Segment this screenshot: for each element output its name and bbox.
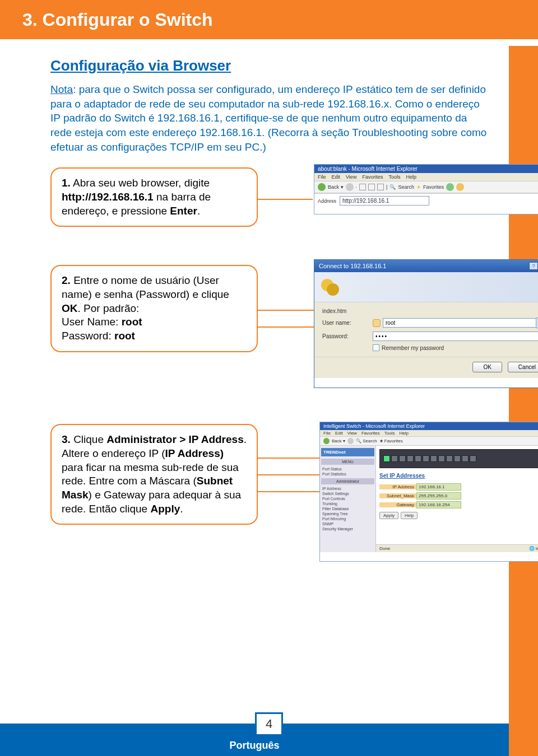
step-2-user-label: User Name: (62, 316, 122, 328)
sidebar-item[interactable]: Port Mirroring (321, 516, 374, 521)
step-2-text-a: Entre o nome de usuário (User name) e se… (62, 274, 229, 300)
sidebar-item[interactable]: Filter Database (321, 506, 374, 511)
switch-graphic (379, 449, 538, 468)
password-label: Password: (322, 333, 373, 339)
sidebar-item[interactable]: Port Statistics (321, 472, 374, 477)
screenshot-browser-address: about:blank - Microsoft Internet Explore… (314, 164, 538, 214)
remember-label: Remember my password (382, 345, 444, 351)
gateway-label: Gateway (379, 502, 416, 507)
forward-icon[interactable] (347, 438, 354, 444)
sidebar-item[interactable]: Switch Settings (321, 491, 374, 496)
help-button[interactable]: Help (401, 512, 418, 519)
menu-view[interactable]: View (346, 174, 356, 180)
sidebar-item-administrator[interactable]: Administrator (321, 478, 374, 484)
mask-label: Subnet_Mask (379, 493, 416, 498)
step-2-row: 2. Entre o nome de usuário (User name) e… (50, 265, 488, 394)
footer-language: Português (229, 740, 279, 756)
sidebar-item[interactable]: Trunking (321, 501, 374, 506)
ie-toolbar: Back ▾ · | 🔍 Search ★ Favorites (314, 181, 538, 193)
sidebar-item[interactable]: Port Controls (321, 496, 374, 501)
footer-bar: Português (0, 724, 509, 756)
step-3-text-a: Clique (71, 433, 106, 445)
address-input[interactable]: http://192.168.16.1 (340, 196, 429, 206)
step-3-text-e: . (180, 503, 183, 515)
password-input[interactable] (373, 332, 538, 341)
screenshot-admin-page: Intelligent Switch - Microsoft Internet … (319, 422, 538, 562)
refresh-icon[interactable] (368, 184, 375, 190)
forward-icon[interactable] (346, 183, 354, 191)
heading-bar: 3. Configurar o Switch (0, 0, 538, 46)
menu-favorites[interactable]: Favorites (361, 431, 380, 436)
status-done: Done (379, 546, 390, 551)
search-icon[interactable]: 🔍 (389, 184, 396, 190)
menu-help[interactable]: Help (399, 431, 408, 436)
back-icon[interactable] (318, 183, 326, 191)
step-1-text-a: Abra seu web browser, digite (71, 177, 210, 189)
step-2-pass-label: Password: (62, 330, 114, 342)
step-1-enter: Enter (170, 205, 197, 217)
menu-favorites[interactable]: Favorites (362, 174, 383, 180)
step-3-row: 3. Clique Administrator > IP Address. Al… (50, 424, 488, 570)
sidebar-item-ip-address[interactable]: IP Address (321, 486, 374, 491)
menu-file[interactable]: File (323, 431, 331, 436)
favorites-icon[interactable]: ★ (416, 184, 421, 190)
apply-button[interactable]: Apply (379, 512, 398, 519)
step-1-row: 1. Abra seu web browser, digite http://1… (50, 167, 488, 235)
step-3-apply: Apply (150, 503, 180, 515)
ie-menubar[interactable]: File Edit View Favorites Tools Help (320, 430, 538, 436)
favorites-label[interactable]: Favorites (423, 184, 444, 190)
mask-input[interactable]: 255.255.255.0 (416, 492, 461, 500)
sidebar-item[interactable]: Port Status (321, 466, 374, 472)
checkbox-icon[interactable] (373, 344, 379, 351)
step-2-text-b: . Por padrão: (78, 302, 140, 314)
menu-tools[interactable]: Tools (384, 431, 395, 436)
connector-line (257, 474, 324, 475)
dialog-realm: index.htm (322, 308, 538, 314)
ie-menubar[interactable]: File Edit View Favorites Tools Help (314, 173, 538, 181)
menu-header: MENU (321, 459, 374, 465)
note-label: Nota (50, 83, 73, 95)
back-icon[interactable] (323, 438, 330, 444)
menu-edit[interactable]: Edit (335, 431, 343, 436)
menu-tools[interactable]: Tools (388, 174, 400, 180)
address-label: Address (318, 198, 336, 204)
stop-icon[interactable] (359, 184, 366, 190)
ok-button[interactable]: OK (472, 362, 502, 372)
sidebar-item[interactable]: Security Manager (321, 526, 374, 531)
cancel-button[interactable]: Cancel (508, 362, 538, 372)
sidebar-item[interactable]: Spanning Tree (321, 511, 374, 516)
user-icon (373, 319, 381, 327)
ie-titlebar: about:blank - Microsoft Internet Explore… (314, 165, 538, 173)
menu-help[interactable]: Help (406, 174, 416, 180)
subheading: Configuração via Browser (50, 57, 488, 74)
username-input[interactable] (383, 318, 536, 328)
dialog-banner (314, 272, 538, 302)
menu-edit[interactable]: Edit (332, 174, 341, 180)
remember-checkbox-row[interactable]: Remember my password (373, 344, 538, 351)
step-3-number: 3. (62, 433, 71, 445)
step-1-box: 1. Abra seu web browser, digite http://1… (50, 167, 258, 227)
menu-file[interactable]: File (318, 174, 326, 180)
dialog-title-text: Connect to 192.168.16.1 (319, 263, 386, 269)
ie-statusbar: Done 🌐 Internet (376, 544, 538, 552)
menu-view[interactable]: View (347, 431, 357, 436)
gateway-input[interactable]: 192.168.16.254 (416, 501, 461, 508)
connector-line (257, 458, 324, 459)
page-number: 4 (255, 712, 283, 736)
step-1-url: http://192.168.16.1 (62, 191, 154, 203)
help-icon[interactable]: ? (529, 262, 538, 270)
connector-line (257, 491, 324, 492)
media-icon[interactable] (446, 183, 454, 191)
step-1-number: 1. (62, 177, 71, 189)
ip-input[interactable]: 192.168.16.1 (416, 483, 461, 491)
step-2-user-value: root (122, 316, 142, 328)
sidebar-item[interactable]: SNMP (321, 521, 374, 526)
brand-logo: TRENDnet (321, 448, 374, 456)
search-label[interactable]: Search (398, 184, 414, 190)
page-heading: 3. Configurar o Switch (22, 10, 213, 30)
keys-icon (321, 277, 342, 298)
note-paragraph: Nota: para que o Switch possa ser config… (50, 82, 488, 154)
history-icon[interactable] (456, 183, 464, 191)
connector-line (257, 199, 313, 200)
home-icon[interactable] (377, 184, 384, 190)
